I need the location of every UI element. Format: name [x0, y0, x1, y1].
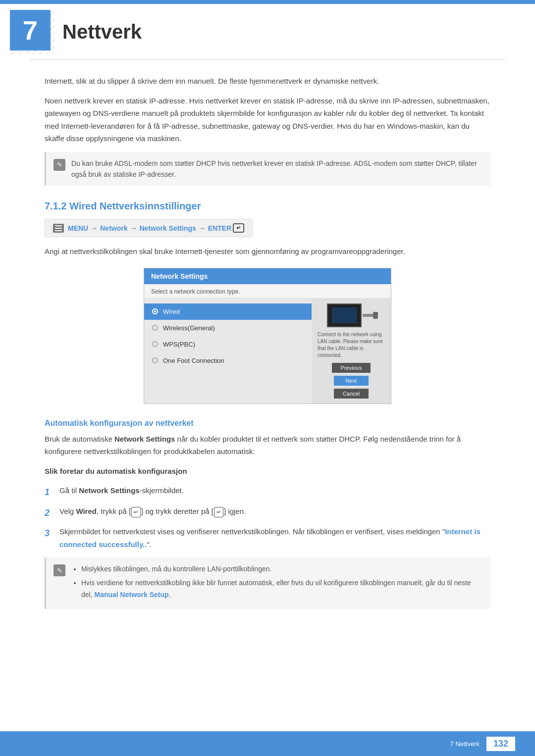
menu-item-network: Network [100, 224, 127, 232]
dialog-options-list: Wired Wireless(General) WPS(PBC) One Foo… [144, 299, 312, 403]
step-3-blue: Internet is connected successfully.. [59, 527, 481, 549]
step-2: 2 Velg Wired, trykk på [↵] og trykk dere… [45, 505, 490, 521]
option-label-onefoot: One Foot Connection [163, 357, 224, 364]
chapter-number: 7 [23, 15, 38, 46]
menu-arrow-2: → [130, 224, 137, 232]
menu-arrow-1: → [91, 224, 98, 232]
connection-illustration [327, 303, 376, 327]
intro-paragraph: Angi at nettverkstilkoblingen skal bruke… [45, 245, 490, 258]
step-3-text: Skjermbildet for nettverkstest vises og … [59, 525, 490, 551]
note-bullet-1: Mislykkes tilkoblingen, må du kontroller… [81, 563, 483, 575]
radio-wps [152, 341, 158, 347]
menu-item-enter: ENTER [208, 224, 231, 232]
footer-chapter-label: 7 Nettverk [450, 740, 480, 748]
enter-icon: ↵ [233, 223, 244, 233]
enter-btn-1: ↵ [131, 507, 141, 517]
menu-label: MENU [68, 224, 88, 232]
note-bullet-2: Hvis verdiene for nettverkstilkobling ik… [81, 577, 483, 601]
note-box-2: ✎ Mislykkes tilkoblingen, må du kontroll… [45, 557, 490, 608]
footer-page-number: 132 [486, 737, 515, 751]
svg-rect-1 [55, 228, 62, 229]
paragraph-1: Internett, slik at du slipper å skrive d… [45, 75, 490, 88]
note-text-1: Du kan bruke ADSL-modem som støtter DHCP… [71, 158, 483, 180]
step-1-text: Gå til Network Settings-skjermbildet. [59, 484, 184, 497]
radio-wired [152, 308, 158, 314]
chapter-number-box: 7 [10, 10, 51, 50]
note-icon-2: ✎ [54, 564, 65, 576]
step-2-num: 2 [45, 505, 53, 521]
page-footer: 7 Nettverk 132 [0, 731, 535, 756]
option-label-wps: WPS(PBC) [163, 341, 195, 348]
auto-para-bold: Network Settings [114, 435, 175, 443]
note-icon-1 [54, 159, 65, 171]
step-1: 1 Gå til Network Settings-skjermbildet. [45, 484, 490, 500]
network-settings-dialog: Network Settings Select a network connec… [144, 268, 391, 404]
svg-rect-2 [55, 230, 62, 231]
steps-list: 1 Gå til Network Settings-skjermbildet. … [45, 484, 490, 551]
svg-rect-0 [55, 225, 62, 226]
dialog-title: Network Settings [151, 272, 208, 280]
previous-button[interactable]: Previous [332, 363, 371, 373]
note-bullets-2: Mislykkes tilkoblingen, må du kontroller… [71, 563, 483, 603]
dialog-option-wps[interactable]: WPS(PBC) [144, 336, 312, 353]
cable-icon [363, 314, 375, 317]
chapter-title-area: Nettverk [62, 10, 142, 43]
radio-onefoot [152, 357, 158, 363]
chapter-divider [30, 59, 505, 60]
chapter-title: Nettverk [62, 21, 142, 43]
menu-path: MENU → Network → Network Settings → ENTE… [45, 219, 253, 237]
dialog-titlebar: Network Settings [144, 268, 391, 284]
step-3: 3 Skjermbildet for nettverkstest vises o… [45, 525, 490, 551]
auto-config-heading: Automatisk konfigurasjon av nettverket [45, 419, 490, 428]
dialog-right-panel: Connect to the network using LAN cable. … [312, 299, 391, 403]
dialog-option-onefoot[interactable]: One Foot Connection [144, 353, 312, 369]
step-2-bold: Wired [76, 507, 97, 515]
dialog-container: Network Settings Select a network connec… [45, 268, 490, 404]
step-3-num: 3 [45, 526, 53, 541]
next-button[interactable]: Next [334, 376, 369, 386]
menu-arrow-3: → [199, 224, 206, 232]
menu-item-settings: Network Settings [139, 224, 196, 232]
note-box-1: Du kan bruke ADSL-modem som støtter DHCP… [45, 152, 490, 186]
paragraph-2: Noen nettverk krever en statisk IP-adres… [45, 95, 490, 145]
enter-btn-2: ↵ [214, 507, 223, 517]
dialog-description: Connect to the network using LAN cable. … [316, 331, 387, 359]
cancel-button[interactable]: Cancel [334, 389, 369, 399]
step-1-bold: Network Settings [79, 486, 140, 495]
tv-screen [332, 307, 357, 323]
tv-icon [327, 303, 362, 327]
dialog-option-wired[interactable]: Wired [144, 303, 312, 320]
option-label-wired: Wired [163, 308, 180, 315]
cable-connector [373, 312, 378, 319]
note-blue-link: Manual Network Setup [94, 591, 168, 599]
main-content: Internett, slik at du slipper å skrive d… [0, 75, 535, 609]
chapter-header: 7 Nettverk [0, 0, 535, 59]
menu-svg-icon [55, 225, 62, 231]
dialog-option-wireless[interactable]: Wireless(General) [144, 320, 312, 336]
steps-bold-label: Slik foretar du automatisk konfigurasjon [45, 465, 490, 478]
option-label-wireless: Wireless(General) [163, 324, 215, 332]
menu-icon [53, 224, 64, 233]
radio-wireless [152, 325, 158, 331]
chapter-number-wrapper: 7 [10, 10, 54, 54]
step-1-num: 1 [45, 485, 53, 500]
step-2-text: Velg Wired, trykk på [↵] og trykk derett… [59, 505, 246, 518]
dialog-subtitle: Select a network connection type. [144, 284, 391, 299]
dialog-body: Wired Wireless(General) WPS(PBC) One Foo… [144, 299, 391, 403]
section-heading-712: 7.1.2 Wired Nettverksinnstillinger [45, 201, 490, 212]
auto-para: Bruk de automatiske Network Settings når… [45, 433, 490, 458]
dialog-buttons: Previous Next Cancel [316, 363, 387, 399]
